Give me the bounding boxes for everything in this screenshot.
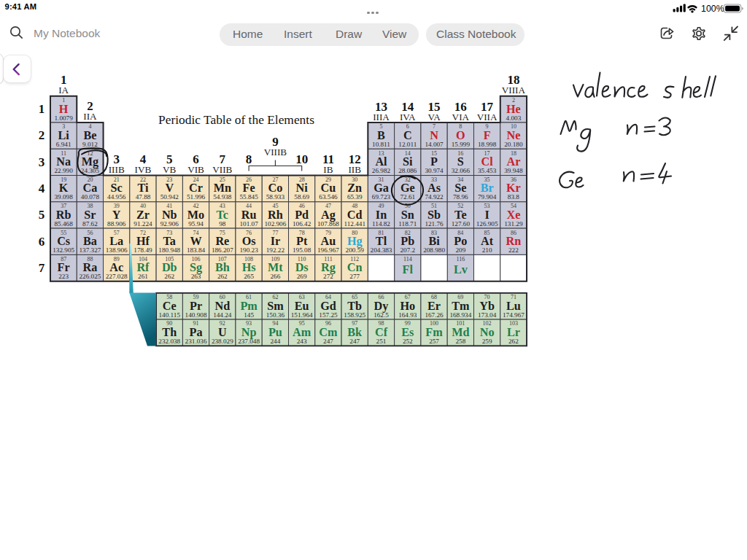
svg-text:6: 6	[39, 235, 45, 249]
svg-text:174.967: 174.967	[503, 311, 525, 319]
svg-text:IIIB: IIIB	[109, 164, 125, 175]
svg-text:39.098: 39.098	[55, 193, 74, 201]
svg-text:112.441: 112.441	[344, 220, 365, 228]
svg-text:18.998: 18.998	[478, 141, 497, 148]
svg-text:98: 98	[219, 220, 226, 228]
svg-text:247: 247	[323, 338, 333, 345]
svg-text:101.07: 101.07	[239, 220, 258, 228]
svg-text:6.941: 6.941	[56, 141, 71, 148]
svg-text:127.60: 127.60	[452, 220, 471, 228]
svg-text:24.305: 24.305	[81, 167, 100, 174]
svg-text:8: 8	[246, 152, 252, 166]
svg-text:55.845: 55.845	[239, 193, 258, 201]
svg-text:162.5: 162.5	[374, 311, 389, 319]
svg-text:44.956: 44.956	[107, 193, 126, 201]
svg-text:IVB: IVB	[135, 164, 152, 175]
svg-text:210: 210	[482, 246, 492, 254]
svg-text:259: 259	[482, 338, 492, 345]
svg-text:164.93: 164.93	[398, 311, 417, 319]
svg-text:IA: IA	[58, 85, 69, 96]
svg-text:277: 277	[349, 273, 360, 280]
svg-text:190.23: 190.23	[239, 246, 258, 254]
svg-text:272: 272	[323, 273, 333, 280]
svg-text:26.982: 26.982	[372, 167, 391, 174]
svg-text:140.908: 140.908	[185, 311, 207, 319]
svg-text:14.007: 14.007	[425, 141, 444, 148]
svg-text:88.906: 88.906	[107, 220, 126, 228]
svg-text:247: 247	[349, 338, 360, 345]
svg-text:IIIA: IIIA	[373, 112, 390, 122]
svg-text:2: 2	[39, 128, 45, 142]
svg-text:10: 10	[295, 152, 308, 166]
svg-text:226.025: 226.025	[79, 273, 101, 280]
svg-text:140.115: 140.115	[158, 311, 180, 319]
svg-text:186.207: 186.207	[212, 246, 233, 254]
svg-text:118.71: 118.71	[398, 220, 417, 228]
svg-text:VA: VA	[427, 112, 441, 122]
svg-text:74.922: 74.922	[425, 193, 444, 201]
svg-text:58.933: 58.933	[266, 193, 285, 201]
svg-text:51.996: 51.996	[187, 193, 206, 201]
svg-text:9.012: 9.012	[82, 141, 98, 148]
svg-text:208.980: 208.980	[423, 246, 445, 254]
svg-text:145: 145	[244, 311, 254, 319]
svg-text:150.36: 150.36	[266, 311, 285, 319]
svg-text:209: 209	[455, 246, 465, 254]
svg-text:231.036: 231.036	[185, 338, 207, 345]
svg-text:4: 4	[39, 182, 45, 195]
svg-text:Lv: Lv	[454, 263, 468, 276]
svg-text:10.811: 10.811	[372, 141, 390, 148]
svg-text:VIIIA: VIIIA	[502, 85, 526, 96]
svg-text:261: 261	[138, 273, 148, 280]
svg-text:3: 3	[39, 155, 45, 169]
svg-text:VIIB: VIIB	[212, 164, 232, 175]
svg-text:50.942: 50.942	[160, 193, 179, 201]
svg-text:VIB: VIB	[187, 164, 204, 175]
svg-text:106.42: 106.42	[293, 220, 311, 228]
svg-text:22.990: 22.990	[55, 167, 74, 174]
svg-text:87.62: 87.62	[82, 220, 98, 228]
svg-text:58.69: 58.69	[294, 193, 309, 201]
svg-text:47.88: 47.88	[136, 193, 151, 201]
svg-text:IVA: IVA	[400, 112, 416, 122]
svg-text:195.08: 195.08	[293, 246, 311, 254]
svg-text:1.0079: 1.0079	[55, 114, 74, 122]
svg-text:40.078: 40.078	[81, 193, 100, 201]
svg-text:VIIIB: VIIIB	[264, 147, 287, 158]
svg-text:78.96: 78.96	[453, 193, 468, 201]
svg-text:183.84: 183.84	[187, 246, 206, 254]
svg-text:180.948: 180.948	[158, 246, 180, 254]
svg-text:72.61: 72.61	[400, 193, 415, 201]
svg-text:85.468: 85.468	[55, 220, 74, 228]
svg-text:167.26: 167.26	[425, 311, 444, 319]
svg-text:12.011: 12.011	[398, 141, 417, 148]
svg-text:131.29: 131.29	[504, 220, 523, 228]
svg-text:15.999: 15.999	[452, 141, 471, 148]
svg-text:192.22: 192.22	[266, 246, 285, 254]
svg-text:252: 252	[403, 338, 413, 345]
svg-text:157.25: 157.25	[319, 311, 338, 319]
svg-text:178.49: 178.49	[133, 246, 152, 254]
svg-text:227.028: 227.028	[106, 273, 128, 280]
svg-text:102.906: 102.906	[264, 220, 286, 228]
svg-text:7: 7	[39, 261, 45, 275]
svg-text:Periodic Table of the Elements: Periodic Table of the Elements	[158, 112, 314, 127]
svg-text:114.82: 114.82	[372, 220, 390, 228]
svg-text:91.224: 91.224	[133, 220, 152, 228]
svg-text:232.038: 232.038	[158, 338, 180, 345]
svg-text:262: 262	[508, 338, 519, 345]
svg-text:151.964: 151.964	[291, 311, 313, 319]
svg-text:158.925: 158.925	[344, 311, 365, 319]
svg-text:200.59: 200.59	[346, 246, 365, 254]
svg-text:126.905: 126.905	[476, 220, 498, 228]
svg-text:VB: VB	[163, 164, 177, 175]
svg-text:30.974: 30.974	[425, 167, 444, 174]
svg-text:92.906: 92.906	[160, 220, 179, 228]
svg-text:237.048: 237.048	[238, 338, 260, 345]
svg-text:39.948: 39.948	[504, 167, 523, 174]
svg-text:243: 243	[297, 338, 307, 345]
svg-text:35.453: 35.453	[478, 167, 497, 174]
svg-text:138.906: 138.906	[106, 246, 128, 254]
svg-text:168.934: 168.934	[449, 311, 471, 319]
svg-text:204.383: 204.383	[371, 246, 392, 254]
